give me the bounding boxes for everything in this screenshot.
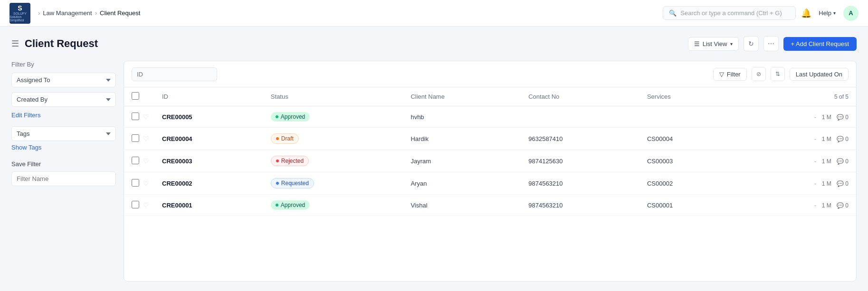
status-dot [276, 204, 278, 207]
tags-select[interactable]: Tags [11, 126, 116, 141]
filter-icon: ▽ [719, 71, 724, 78]
row-services-cell: CS00002 [639, 172, 737, 195]
main-layout: Filter By Assigned To Created By Edit Fi… [11, 61, 857, 282]
row-contact-cell [521, 106, 639, 128]
chevron-down-icon: ▾ [730, 41, 733, 47]
row-status-cell: Approved [263, 195, 403, 216]
row-id-cell: CRE00001 [154, 195, 263, 216]
row-id[interactable]: CRE00005 [162, 113, 192, 121]
favorite-icon[interactable]: ♡ [143, 113, 149, 121]
header-icons: 🔔 Help ▾ A [801, 6, 858, 21]
status-dot [276, 182, 279, 185]
refresh-button[interactable]: ↻ [744, 36, 759, 51]
count-col-header: 5 of 5 [737, 87, 856, 106]
time-label: 1 M [822, 202, 831, 209]
row-favorite-cell: ♡ [141, 106, 154, 128]
filter-name-input[interactable] [11, 171, 116, 186]
clear-filter-button[interactable]: ⊘ [752, 67, 766, 81]
show-tags-link[interactable]: Show Tags [11, 144, 116, 151]
logo-box: S SOLUFY Solution Simplified [10, 3, 30, 24]
client-name: Jayram [410, 158, 431, 165]
row-services-cell [639, 106, 737, 128]
sort-icon: ⇅ [775, 71, 780, 77]
page-header: ☰ Client Request ☰ List View ▾ ↻ ⋯ + Add… [11, 36, 857, 51]
filter-by-label: Filter By [11, 61, 116, 68]
clear-filter-icon: ⊘ [756, 71, 761, 77]
row-status-cell: Draft [263, 128, 403, 150]
id-search-input[interactable] [132, 67, 217, 81]
time-label: 1 M [822, 180, 831, 187]
last-updated-button[interactable]: Last Updated On [790, 68, 849, 81]
row-checkbox[interactable] [132, 201, 139, 208]
status-dot [276, 137, 279, 140]
comment-number: 0 [845, 114, 849, 121]
contact-no: 9632587410 [528, 135, 563, 142]
row-contact-cell: 9632587410 [521, 128, 639, 150]
row-id[interactable]: CRE00001 [162, 202, 192, 209]
row-id[interactable]: CRE00002 [162, 180, 192, 187]
comment-icon: 💬 [837, 202, 844, 209]
edit-filters-link[interactable]: Edit Filters [11, 112, 116, 119]
more-options-button[interactable]: ⋯ [763, 36, 779, 51]
row-meta-cell: - 1 M 💬 0 [737, 172, 856, 195]
comment-icon: 💬 [837, 136, 844, 142]
favorite-icon[interactable]: ♡ [143, 157, 149, 165]
contact-no: 9874125630 [528, 158, 563, 165]
add-client-request-button[interactable]: + Add Client Request [783, 37, 857, 51]
time-label: 1 M [822, 158, 831, 165]
favorite-icon[interactable]: ♡ [143, 135, 149, 142]
row-checkbox[interactable] [132, 157, 139, 164]
row-status-cell: Requested [263, 172, 403, 195]
services: CS00002 [647, 180, 673, 187]
comment-icon: 💬 [837, 180, 844, 187]
row-favorite-cell: ♡ [141, 128, 154, 150]
comment-number: 0 [845, 158, 849, 165]
time-label: 1 M [822, 136, 831, 142]
avatar[interactable]: A [843, 6, 858, 21]
save-filter-label: Save Filter [11, 160, 116, 168]
row-id-cell: CRE00004 [154, 128, 263, 150]
row-meta-cell: - 1 M 💬 0 [737, 150, 856, 172]
dash: - [814, 135, 816, 142]
favorite-icon[interactable]: ♡ [143, 179, 149, 187]
services: CS00003 [647, 158, 673, 165]
page-header-actions: ☰ List View ▾ ↻ ⋯ + Add Client Request [688, 36, 857, 51]
select-all-checkbox[interactable] [132, 92, 139, 100]
row-checkbox[interactable] [132, 134, 139, 142]
row-client-name-cell: hvhb [403, 106, 521, 128]
logo-tagline: Solution Simplified [10, 15, 30, 22]
help-button[interactable]: Help ▾ [819, 9, 836, 17]
row-checkbox[interactable] [132, 113, 139, 120]
hamburger-icon[interactable]: ☰ [11, 38, 19, 49]
row-checkbox-cell [124, 106, 141, 128]
id-col-header: ID [154, 87, 263, 106]
filter-button[interactable]: ▽ Filter [713, 68, 747, 81]
contact-no: 9874563210 [528, 180, 563, 187]
dash: - [814, 202, 816, 209]
dash: - [814, 113, 816, 121]
favorite-icon[interactable]: ♡ [143, 201, 149, 209]
services-col-header: Services [639, 87, 737, 106]
row-meta-cell: - 1 M 💬 0 [737, 106, 856, 128]
row-id-cell: CRE00005 [154, 106, 263, 128]
row-checkbox[interactable] [132, 179, 139, 187]
sort-button[interactable]: ⇅ [771, 67, 785, 81]
select-all-col [124, 87, 141, 106]
breadcrumb-client[interactable]: Client Request [100, 9, 140, 17]
created-by-select[interactable]: Created By [11, 92, 116, 107]
row-client-name-cell: Hardik [403, 128, 521, 150]
list-view-button[interactable]: ☰ List View ▾ [688, 37, 739, 51]
row-favorite-cell: ♡ [141, 172, 154, 195]
notification-icon[interactable]: 🔔 [801, 9, 811, 18]
search-bar[interactable]: 🔍 Search or type a command (Ctrl + G) [663, 6, 796, 20]
logo: S SOLUFY Solution Simplified [10, 3, 30, 24]
list-icon: ☰ [694, 40, 700, 47]
row-id[interactable]: CRE00004 [162, 135, 192, 142]
breadcrumb-law[interactable]: Law Management [43, 9, 92, 17]
table-container: ▽ Filter ⊘ ⇅ Last Updated On [124, 61, 857, 282]
row-id[interactable]: CRE00003 [162, 158, 192, 165]
assigned-to-select[interactable]: Assigned To [11, 73, 116, 87]
row-contact-cell: 9874563210 [521, 195, 639, 216]
page: ☰ Client Request ☰ List View ▾ ↻ ⋯ + Add… [0, 27, 868, 291]
row-id-cell: CRE00002 [154, 172, 263, 195]
